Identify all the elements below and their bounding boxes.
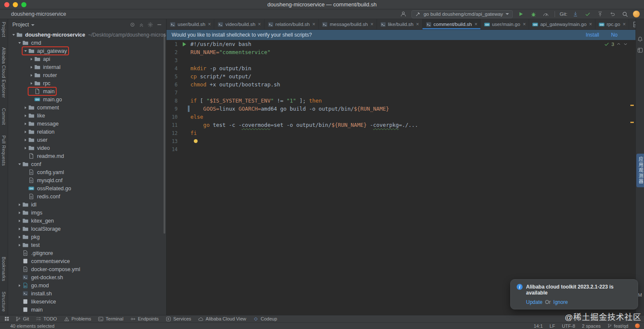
tool-window-button-todo[interactable]: TODO	[32, 315, 60, 322]
tree-item[interactable]: main	[8, 87, 166, 95]
gutter-cell[interactable]	[179, 105, 190, 113]
quick-access-grid-icon[interactable]	[3, 315, 11, 323]
line-number[interactable]: 8	[167, 98, 179, 104]
close-tab-icon[interactable]: ×	[312, 21, 315, 27]
chevron-right-icon[interactable]	[17, 227, 22, 231]
code-line[interactable]: 9 GOOS=linux GOARCH=amd64 go build -o ou…	[167, 105, 635, 113]
line-number[interactable]: 12	[167, 130, 179, 136]
chevron-down-icon[interactable]	[23, 49, 28, 53]
tree-item[interactable]: main	[8, 306, 166, 314]
editor-tab-user-main-go[interactable]: GOuser/main.go×	[481, 19, 529, 29]
line-ending[interactable]: LF	[549, 323, 555, 329]
layout-icon[interactable]	[637, 47, 643, 53]
chevron-down-icon[interactable]	[17, 41, 22, 45]
chevron-right-icon[interactable]	[17, 243, 22, 247]
line-number[interactable]: 14	[167, 146, 179, 152]
gutter-cell[interactable]	[179, 64, 190, 72]
line-number[interactable]: 3	[167, 57, 179, 63]
tool-window-button-project[interactable]: Project	[1, 22, 6, 37]
code-line[interactable]: 12fi	[167, 129, 635, 137]
gutter-cell[interactable]	[179, 40, 190, 48]
tree-item[interactable]: video	[8, 144, 166, 152]
project-panel-title[interactable]: Project	[12, 22, 29, 28]
tree-item[interactable]: gogo.mod	[8, 281, 166, 289]
tree-item[interactable]: api	[8, 55, 166, 63]
line-number[interactable]: 5	[167, 74, 179, 80]
tool-window-button-terminal[interactable]: Terminal	[95, 315, 127, 322]
git-commit-button[interactable]	[584, 10, 592, 18]
tool-window-button-alibaba-cloud-explorer[interactable]: Alibaba Cloud Explorer	[1, 47, 6, 98]
code-line[interactable]: 3	[167, 56, 635, 64]
install-link[interactable]: Install	[586, 32, 599, 38]
avatar[interactable]	[633, 11, 640, 17]
tree-item[interactable]: internal	[8, 63, 166, 71]
line-number[interactable]: 13	[167, 138, 179, 144]
code-line[interactable]: 8if [ "$IS_SYSTEM_TEST_ENV" != "1" ]; th…	[167, 97, 635, 105]
tree-item[interactable]: readme.md	[8, 152, 166, 160]
chevron-right-icon[interactable]	[29, 57, 34, 61]
tool-window-button-git[interactable]: Git	[12, 315, 32, 322]
chevron-right-icon[interactable]	[29, 82, 34, 85]
tool-window-button-pull-requests[interactable]: Pull Requests	[1, 135, 6, 166]
inspections-widget[interactable]: 3	[604, 41, 628, 47]
gutter-cell[interactable]	[179, 121, 190, 129]
editor-tab-like-build-sh[interactable]: like/build.sh×	[377, 19, 423, 29]
tool-window-button-endpoints[interactable]: Endpoints	[127, 315, 162, 322]
git-branch-widget[interactable]: feat/qd	[607, 323, 628, 329]
chevron-right-icon[interactable]	[23, 122, 28, 126]
hide-panel-icon[interactable]	[156, 21, 163, 28]
notifications-icon[interactable]	[637, 36, 643, 42]
close-tab-icon[interactable]: ×	[589, 21, 592, 27]
user-icon[interactable]	[399, 10, 408, 18]
editor-tab-message-build-sh[interactable]: message/build.sh×	[319, 19, 377, 29]
code-line[interactable]: 7	[167, 89, 635, 97]
tree-item[interactable]: relation	[8, 128, 166, 136]
code-line[interactable]: 2RUN_NAME="commentservice"	[167, 48, 635, 56]
tree-item[interactable]: dousheng-microservice~/Desktop/camp/dous…	[8, 31, 166, 39]
tree-item[interactable]: mysqld.cnf	[8, 176, 166, 184]
gutter-cell[interactable]	[179, 48, 190, 56]
intention-bulb-icon[interactable]	[194, 139, 198, 143]
line-number[interactable]: 11	[167, 122, 179, 128]
no-link[interactable]: No	[611, 32, 618, 38]
close-tab-icon[interactable]: ×	[623, 21, 626, 27]
line-number[interactable]: 7	[167, 90, 179, 96]
search-button[interactable]	[621, 10, 629, 18]
git-push-button[interactable]	[596, 10, 604, 18]
file-encoding[interactable]: UTF-8	[562, 323, 575, 329]
tree-item[interactable]: cmd	[8, 39, 166, 47]
tree-item[interactable]: rpc	[8, 79, 166, 87]
editor-tab-video-build-sh[interactable]: video/build.sh×	[214, 19, 264, 29]
close-tab-icon[interactable]: ×	[208, 21, 211, 27]
tree-item[interactable]: install.sh	[8, 289, 166, 298]
tree-item[interactable]: test	[8, 241, 166, 249]
line-number[interactable]: 1	[167, 41, 179, 47]
tree-item[interactable]: like	[8, 112, 166, 120]
tree-item[interactable]: message	[8, 120, 166, 128]
tree-item[interactable]: GOmain.go	[8, 95, 166, 103]
indent-setting[interactable]: 2 spaces	[582, 323, 601, 329]
tree-item[interactable]: get-docker.sh	[8, 273, 166, 281]
tree-item[interactable]: router	[8, 71, 166, 79]
line-number[interactable]: 4	[167, 66, 179, 72]
tool-window-button-app-observer[interactable]: 应用观测器	[636, 154, 644, 187]
settings-icon[interactable]	[147, 21, 154, 28]
collapse-all-icon[interactable]	[138, 21, 145, 28]
notification-toast[interactable]: i Alibaba cloud toolkit 2023.2.1-223 is …	[510, 279, 638, 309]
warning-stripe-mark[interactable]	[630, 122, 634, 123]
editor-tab-api-gateway-main-go[interactable]: GOapi_gateway/main.go×	[529, 19, 595, 29]
chevron-right-icon[interactable]	[17, 203, 22, 206]
editor-tab-rpc-go[interactable]: GOrpc.go×	[595, 19, 629, 29]
notification-indicator-icon[interactable]	[635, 323, 640, 328]
gutter-cell[interactable]	[179, 89, 190, 97]
chevron-down-icon[interactable]	[31, 24, 34, 26]
close-window-button[interactable]	[4, 2, 9, 7]
close-tab-icon[interactable]: ×	[258, 21, 261, 27]
tool-window-button-commit[interactable]: Commit	[1, 108, 6, 125]
code-line[interactable]: 1#!/usr/bin/env bash	[167, 40, 635, 48]
editor-tab-user-build-sh[interactable]: user/build.sh×	[167, 19, 214, 29]
profiler-button[interactable]	[541, 10, 550, 18]
line-number[interactable]: 2	[167, 49, 179, 55]
editor-tab-config-yaml[interactable]: config.yaml×	[629, 19, 635, 29]
line-number[interactable]: 10	[167, 114, 179, 120]
